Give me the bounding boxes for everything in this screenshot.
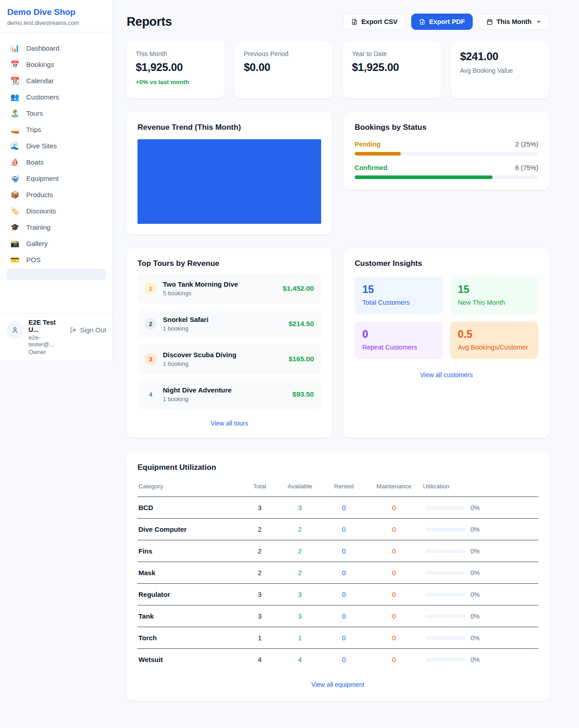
utilization-percent: 0% bbox=[470, 591, 479, 598]
status-value: 6 (75%) bbox=[515, 164, 538, 171]
utilization-cell: 0% bbox=[426, 526, 535, 533]
sidebar-item-discounts[interactable]: 🏷️ Discounts bbox=[5, 203, 107, 219]
sidebar-item-customers[interactable]: 👥 Customers bbox=[5, 89, 107, 105]
main-content: Reports Export CSV Export PDF bbox=[113, 0, 579, 701]
utilization-percent: 0% bbox=[470, 613, 479, 620]
cell-total: 1 bbox=[242, 627, 278, 649]
cell-maintenance: 0 bbox=[366, 605, 422, 627]
file-download-icon bbox=[419, 19, 426, 25]
cell-maintenance: 0 bbox=[366, 562, 422, 584]
sidebar-item-label: Equipment bbox=[26, 175, 59, 182]
progress-bar-track bbox=[355, 152, 538, 156]
sidebar-item-training[interactable]: 🎓 Training bbox=[5, 219, 107, 235]
sign-out-button[interactable]: Sign Out bbox=[70, 326, 106, 334]
chevron-down-icon bbox=[536, 19, 541, 24]
cell-total: 2 bbox=[242, 562, 278, 584]
utilization-cell: 0% bbox=[426, 613, 535, 620]
sidebar-item-gallery[interactable]: 📸 Gallery bbox=[5, 236, 107, 251]
sailboat-icon: ⛵ bbox=[10, 159, 20, 166]
tour-name: Discover Scuba Diving bbox=[163, 351, 237, 359]
cell-category: BCD bbox=[138, 497, 242, 519]
cell-category: Fins bbox=[138, 540, 242, 562]
tour-name: Snorkel Safari bbox=[163, 316, 209, 323]
view-all-equipment-link[interactable]: View all equipment bbox=[138, 681, 538, 688]
view-all-tours-link[interactable]: View all tours bbox=[138, 420, 321, 427]
utilization-cell: 0% bbox=[426, 591, 535, 598]
column-header-rented: Rented bbox=[322, 478, 366, 497]
cell-maintenance: 0 bbox=[366, 627, 422, 649]
sidebar-item-label: Customers bbox=[26, 93, 59, 101]
sidebar-item-trips[interactable]: 🚤 Trips bbox=[5, 122, 107, 137]
stat-card-avg-booking-value: $241.00 Avg Booking Value bbox=[451, 42, 549, 99]
utilization-bar bbox=[426, 506, 465, 510]
table-row: Regulator 3 3 0 0 0% bbox=[138, 584, 538, 605]
bookings-by-status-card: Bookings by Status Pending 2 (25%) Confi… bbox=[344, 112, 549, 190]
cell-total: 3 bbox=[242, 605, 278, 627]
tour-name: Night Dive Adventure bbox=[163, 386, 232, 394]
utilization-cell: 0% bbox=[426, 569, 535, 577]
view-all-customers-link[interactable]: View all customers bbox=[355, 371, 538, 378]
table-row: Torch 1 1 0 0 0% bbox=[138, 627, 538, 649]
utilization-cell: 0% bbox=[426, 548, 535, 555]
sidebar-item-bookings[interactable]: 📅 Bookings bbox=[5, 57, 107, 72]
sidebar-item-calendar[interactable]: 📆 Calendar bbox=[5, 73, 107, 89]
stat-value: $0.00 bbox=[244, 61, 324, 74]
tour-bookings: 5 bookings bbox=[163, 290, 238, 297]
cell-available: 3 bbox=[278, 584, 322, 605]
credit-card-icon: 💳 bbox=[10, 256, 20, 264]
cell-available: 1 bbox=[278, 627, 322, 649]
insight-label: Avg Bookings/Customer bbox=[458, 344, 531, 351]
export-csv-label: Export CSV bbox=[361, 18, 398, 25]
cell-available: 3 bbox=[278, 605, 322, 627]
status-row-pending: Pending 2 (25%) bbox=[355, 141, 538, 156]
header-actions: Export CSV Export PDF This Month bbox=[343, 14, 549, 30]
sidebar-item-dashboard[interactable]: 📊 Dashboard bbox=[5, 40, 107, 56]
sidebar-item-dive-sites[interactable]: 🌊 Dive Sites bbox=[5, 138, 107, 154]
shop-domain: demo.test.divestreams.com bbox=[7, 19, 105, 26]
equipment-utilization-title: Equipment Utilization bbox=[138, 463, 538, 472]
island-icon: 🏝️ bbox=[10, 110, 20, 117]
utilization-percent: 0% bbox=[470, 569, 479, 577]
equipment-table: Category Total Available Rented Maintena… bbox=[138, 478, 538, 671]
utilization-percent: 0% bbox=[470, 656, 479, 663]
sidebar-item-label: Calendar bbox=[26, 77, 54, 85]
sidebar-item-pos[interactable]: 💳 POS bbox=[5, 252, 107, 268]
sidebar-item-products[interactable]: 📦 Products bbox=[5, 187, 107, 203]
stat-delta: +0% vs last month bbox=[136, 79, 216, 85]
sidebar-item-label: Dashboard bbox=[26, 44, 59, 52]
cell-total: 2 bbox=[242, 540, 278, 562]
sidebar-item-label: Boats bbox=[26, 158, 43, 166]
shop-name: Demo Dive Shop bbox=[7, 7, 105, 17]
stat-cards: This Month $1,925.00 +0% vs last month P… bbox=[127, 42, 549, 99]
cell-available: 4 bbox=[278, 649, 322, 671]
table-header-row: Category Total Available Rented Maintena… bbox=[138, 478, 538, 497]
equipment-utilization-card: Equipment Utilization Category Total Ava… bbox=[127, 452, 549, 701]
utilization-bar bbox=[426, 636, 465, 640]
sidebar-item-tours[interactable]: 🏝️ Tours bbox=[5, 105, 107, 121]
insight-value: 15 bbox=[458, 284, 531, 296]
insight-value: 0.5 bbox=[458, 328, 531, 340]
charts-row: Revenue Trend (This Month) Bookings by S… bbox=[127, 112, 549, 235]
export-pdf-button[interactable]: Export PDF bbox=[411, 14, 473, 30]
utilization-bar bbox=[426, 593, 465, 596]
cell-rented: 0 bbox=[322, 497, 366, 519]
tour-row: 3 Discover Scuba Diving 1 booking $165.0… bbox=[138, 344, 321, 374]
sidebar-item-boats[interactable]: ⛵ Boats bbox=[5, 154, 107, 170]
sidebar-item-equipment[interactable]: 🤿 Equipment bbox=[5, 170, 107, 186]
avatar bbox=[6, 321, 24, 339]
revenue-trend-title: Revenue Trend (This Month) bbox=[138, 123, 321, 132]
people-icon: 👥 bbox=[10, 94, 20, 101]
table-row: Mask 2 2 0 0 0% bbox=[138, 562, 538, 584]
table-row: Tank 3 3 0 0 0% bbox=[138, 605, 538, 627]
calendar-icon bbox=[486, 19, 493, 25]
sidebar-item-active-partial[interactable] bbox=[6, 269, 106, 280]
export-csv-button[interactable]: Export CSV bbox=[343, 14, 405, 30]
user-info: E2E Test U... e2e-tester@... Owner bbox=[28, 319, 65, 355]
status-label: Pending bbox=[355, 141, 380, 148]
utilization-percent: 0% bbox=[470, 634, 479, 642]
period-select[interactable]: This Month bbox=[479, 14, 549, 30]
progress-bar-fill bbox=[355, 152, 401, 156]
sidebar: Demo Dive Shop demo.test.divestreams.com… bbox=[0, 0, 113, 360]
insight-tile-total-customers: 15 Total Customers bbox=[355, 277, 443, 314]
graduation-cap-icon: 🎓 bbox=[10, 224, 20, 231]
